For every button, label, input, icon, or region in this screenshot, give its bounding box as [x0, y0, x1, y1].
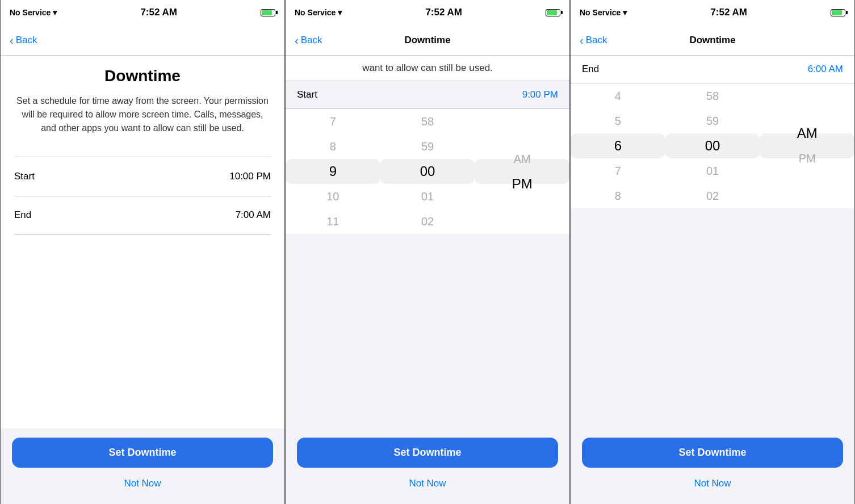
- chevron-left-icon-1: ‹: [10, 35, 14, 46]
- bottom-area-1: Set Downtime Not Now: [1, 429, 284, 504]
- picker-drum-inner-2: 6 7 8 9 10 11 12 57 58 59: [286, 109, 569, 234]
- not-now-button-1[interactable]: Not Now: [124, 474, 161, 493]
- hour-item-7: 7: [326, 109, 339, 134]
- minutes-col-2: 57 58 59 00 01 02 03: [380, 109, 475, 234]
- battery-area-1: [261, 9, 275, 16]
- time-1: 7:52 AM: [140, 7, 177, 18]
- hour-item-6: 6: [614, 133, 622, 158]
- start-row-1[interactable]: Start 10:00 PM: [14, 162, 271, 191]
- ampm-item-am-3: AM: [797, 121, 818, 146]
- hour-item-9: 9: [326, 159, 339, 184]
- chevron-left-icon-3: ‹: [580, 35, 584, 46]
- divider-top-1: [14, 157, 271, 157]
- panel-intro: No Service ▾ 7:52 AM ‹ Back Downtime Set…: [0, 0, 285, 504]
- ampm-item-pm-3: PM: [797, 146, 818, 171]
- hour-item-8b: 8: [614, 183, 622, 208]
- hour-item-5: 5: [614, 108, 622, 133]
- hours-col-3: 3 4 5 6 7 8 9: [571, 83, 665, 208]
- min3-item-00: 00: [705, 133, 720, 158]
- ampm-col-3: AM PM: [760, 83, 854, 208]
- wifi-icon-2: ▾: [338, 8, 342, 17]
- battery-icon-3: [831, 9, 845, 16]
- not-now-button-3[interactable]: Not Now: [694, 474, 731, 493]
- hours-col-2: 6 7 8 9 10 11 12: [286, 109, 380, 234]
- divider-mid-1: [14, 196, 271, 196]
- status-bar-3: No Service ▾ 7:52 AM: [571, 0, 854, 25]
- battery-fill-2: [547, 10, 557, 15]
- back-label-3: Back: [586, 35, 607, 46]
- ampm-col-2: AM PM: [475, 109, 569, 234]
- battery-area-3: [831, 9, 845, 16]
- picker-drum-inner-3: 3 4 5 6 7 8 9 57 58 59: [571, 83, 854, 208]
- not-now-button-2[interactable]: Not Now: [409, 474, 446, 493]
- intro-description: Set a schedule for time away from the sc…: [14, 94, 271, 135]
- picker-drum-3[interactable]: 3 4 5 6 7 8 9 57 58 59: [571, 83, 854, 208]
- no-service-label-1: No Service: [10, 8, 51, 17]
- end-label-1: End: [14, 209, 31, 221]
- end-row-1[interactable]: End 7:00 AM: [14, 200, 271, 230]
- min3-item-59: 59: [705, 108, 720, 133]
- end-value-3: 6:00 AM: [808, 64, 843, 75]
- hours-items-3: 3 4 5 6 7 8 9: [614, 83, 622, 208]
- min-item-02: 02: [420, 209, 435, 234]
- ampm-item-pm-2: PM: [512, 171, 533, 196]
- min-item-00: 00: [420, 159, 435, 184]
- battery-area-2: [546, 9, 560, 16]
- divider-bot-1: [14, 234, 271, 235]
- set-downtime-button-3[interactable]: Set Downtime: [582, 438, 843, 468]
- set-downtime-button-1[interactable]: Set Downtime: [12, 438, 273, 468]
- status-bar-2: No Service ▾ 7:52 AM: [286, 0, 569, 25]
- back-label-2: Back: [301, 35, 322, 46]
- back-button-1[interactable]: ‹ Back: [10, 35, 37, 46]
- ampm-items-3: AM PM: [797, 121, 818, 171]
- end-label-3: End: [582, 64, 599, 75]
- hour-item-10: 10: [326, 184, 339, 209]
- min-item-59: 59: [420, 134, 435, 159]
- start-label-1: Start: [14, 171, 35, 182]
- chevron-left-icon-2: ‹: [295, 35, 299, 46]
- set-downtime-button-2[interactable]: Set Downtime: [297, 438, 558, 468]
- nav-bar-1: ‹ Back: [1, 25, 284, 56]
- start-value-2: 9:00 PM: [522, 89, 558, 100]
- battery-fill-1: [262, 10, 272, 15]
- bottom-area-2: Set Downtime Not Now: [286, 429, 569, 504]
- battery-fill-3: [832, 10, 842, 15]
- back-button-2[interactable]: ‹ Back: [295, 35, 322, 46]
- panel-start-picker: No Service ▾ 7:52 AM ‹ Back Downtime wan…: [285, 0, 570, 504]
- minutes-items-2: 57 58 59 00 01 02 03: [420, 109, 435, 234]
- hour-item-11: 11: [326, 209, 339, 234]
- min3-item-01: 01: [705, 158, 720, 183]
- minutes-col-3: 57 58 59 00 01 02 03: [665, 83, 760, 208]
- hour-item-7b: 7: [614, 158, 622, 183]
- content-2: want to allow can still be used. Start 9…: [286, 56, 569, 429]
- min-item-01: 01: [420, 184, 435, 209]
- wifi-icon-3: ▾: [623, 8, 627, 17]
- intro-content: Downtime Set a schedule for time away fr…: [1, 56, 284, 429]
- battery-icon-2: [546, 9, 560, 16]
- hours-items-2: 6 7 8 9 10 11 12: [326, 109, 339, 234]
- back-label-1: Back: [16, 35, 37, 46]
- nav-title-3: Downtime: [689, 35, 735, 46]
- nav-bar-2: ‹ Back Downtime: [286, 25, 569, 56]
- partial-text-2: want to allow can still be used.: [297, 62, 558, 81]
- start-row-2[interactable]: Start 9:00 PM: [286, 81, 569, 109]
- ampm-items-2: AM PM: [512, 146, 533, 196]
- end-row-3[interactable]: End 6:00 AM: [571, 56, 854, 83]
- end-value-1: 7:00 AM: [236, 209, 271, 221]
- wifi-icon-1: ▾: [53, 8, 57, 17]
- ampm-item-am-2: AM: [512, 146, 533, 171]
- hour-item-8: 8: [326, 134, 339, 159]
- no-service-label-3: No Service: [580, 8, 621, 17]
- picker-drum-2[interactable]: 6 7 8 9 10 11 12 57 58 59: [286, 109, 569, 234]
- time-2: 7:52 AM: [425, 7, 462, 18]
- panel-end-picker: No Service ▾ 7:52 AM ‹ Back Downtime End…: [570, 0, 855, 504]
- signal-area-3: No Service ▾: [580, 8, 627, 17]
- back-button-3[interactable]: ‹ Back: [580, 35, 607, 46]
- start-label-2: Start: [297, 89, 317, 100]
- intro-title: Downtime: [104, 67, 181, 85]
- nav-bar-3: ‹ Back Downtime: [571, 25, 854, 56]
- signal-area-1: No Service ▾: [10, 8, 57, 17]
- min3-item-02: 02: [705, 183, 720, 208]
- time-3: 7:52 AM: [710, 7, 747, 18]
- signal-area-2: No Service ▾: [295, 8, 342, 17]
